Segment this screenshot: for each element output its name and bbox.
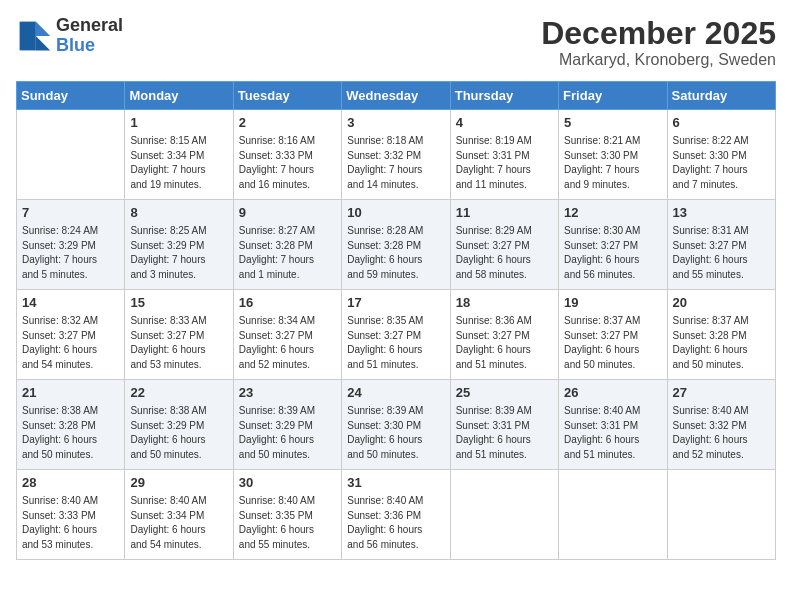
logo-icon: [16, 18, 52, 54]
calendar-week-1: 1Sunrise: 8:15 AM Sunset: 3:34 PM Daylig…: [17, 110, 776, 200]
calendar-cell: 25Sunrise: 8:39 AM Sunset: 3:31 PM Dayli…: [450, 380, 558, 470]
day-number: 7: [22, 204, 119, 222]
day-number: 23: [239, 384, 336, 402]
calendar-cell: 16Sunrise: 8:34 AM Sunset: 3:27 PM Dayli…: [233, 290, 341, 380]
calendar-cell: 8Sunrise: 8:25 AM Sunset: 3:29 PM Daylig…: [125, 200, 233, 290]
day-number: 17: [347, 294, 444, 312]
day-info: Sunrise: 8:15 AM Sunset: 3:34 PM Dayligh…: [130, 134, 227, 192]
header: General Blue December 2025 Markaryd, Kro…: [16, 16, 776, 69]
day-info: Sunrise: 8:39 AM Sunset: 3:29 PM Dayligh…: [239, 404, 336, 462]
calendar-cell: 1Sunrise: 8:15 AM Sunset: 3:34 PM Daylig…: [125, 110, 233, 200]
day-number: 4: [456, 114, 553, 132]
day-header-tuesday: Tuesday: [233, 82, 341, 110]
day-info: Sunrise: 8:37 AM Sunset: 3:27 PM Dayligh…: [564, 314, 661, 372]
day-info: Sunrise: 8:40 AM Sunset: 3:36 PM Dayligh…: [347, 494, 444, 552]
calendar-cell: 28Sunrise: 8:40 AM Sunset: 3:33 PM Dayli…: [17, 470, 125, 560]
day-header-friday: Friday: [559, 82, 667, 110]
subtitle: Markaryd, Kronoberg, Sweden: [541, 51, 776, 69]
logo-general: General: [56, 15, 123, 35]
day-number: 12: [564, 204, 661, 222]
day-info: Sunrise: 8:27 AM Sunset: 3:28 PM Dayligh…: [239, 224, 336, 282]
day-number: 9: [239, 204, 336, 222]
day-info: Sunrise: 8:34 AM Sunset: 3:27 PM Dayligh…: [239, 314, 336, 372]
calendar-cell: 12Sunrise: 8:30 AM Sunset: 3:27 PM Dayli…: [559, 200, 667, 290]
day-info: Sunrise: 8:29 AM Sunset: 3:27 PM Dayligh…: [456, 224, 553, 282]
calendar-week-3: 14Sunrise: 8:32 AM Sunset: 3:27 PM Dayli…: [17, 290, 776, 380]
day-number: 30: [239, 474, 336, 492]
calendar-cell: 3Sunrise: 8:18 AM Sunset: 3:32 PM Daylig…: [342, 110, 450, 200]
day-number: 1: [130, 114, 227, 132]
calendar-cell: 15Sunrise: 8:33 AM Sunset: 3:27 PM Dayli…: [125, 290, 233, 380]
calendar-cell: 20Sunrise: 8:37 AM Sunset: 3:28 PM Dayli…: [667, 290, 775, 380]
logo: General Blue: [16, 16, 123, 56]
page-container: General Blue December 2025 Markaryd, Kro…: [16, 16, 776, 560]
day-number: 18: [456, 294, 553, 312]
day-info: Sunrise: 8:25 AM Sunset: 3:29 PM Dayligh…: [130, 224, 227, 282]
day-info: Sunrise: 8:21 AM Sunset: 3:30 PM Dayligh…: [564, 134, 661, 192]
day-header-saturday: Saturday: [667, 82, 775, 110]
day-info: Sunrise: 8:38 AM Sunset: 3:29 PM Dayligh…: [130, 404, 227, 462]
day-number: 13: [673, 204, 770, 222]
svg-marker-0: [36, 21, 50, 35]
calendar-cell: 21Sunrise: 8:38 AM Sunset: 3:28 PM Dayli…: [17, 380, 125, 470]
calendar-body: 1Sunrise: 8:15 AM Sunset: 3:34 PM Daylig…: [17, 110, 776, 560]
day-number: 11: [456, 204, 553, 222]
day-number: 15: [130, 294, 227, 312]
day-number: 28: [22, 474, 119, 492]
day-number: 8: [130, 204, 227, 222]
calendar-cell: 24Sunrise: 8:39 AM Sunset: 3:30 PM Dayli…: [342, 380, 450, 470]
day-info: Sunrise: 8:40 AM Sunset: 3:35 PM Dayligh…: [239, 494, 336, 552]
day-info: Sunrise: 8:39 AM Sunset: 3:30 PM Dayligh…: [347, 404, 444, 462]
calendar-cell: 17Sunrise: 8:35 AM Sunset: 3:27 PM Dayli…: [342, 290, 450, 380]
calendar-cell: 29Sunrise: 8:40 AM Sunset: 3:34 PM Dayli…: [125, 470, 233, 560]
day-info: Sunrise: 8:28 AM Sunset: 3:28 PM Dayligh…: [347, 224, 444, 282]
day-number: 10: [347, 204, 444, 222]
calendar-week-4: 21Sunrise: 8:38 AM Sunset: 3:28 PM Dayli…: [17, 380, 776, 470]
calendar-cell: 10Sunrise: 8:28 AM Sunset: 3:28 PM Dayli…: [342, 200, 450, 290]
calendar-header: SundayMondayTuesdayWednesdayThursdayFrid…: [17, 82, 776, 110]
calendar-cell: 27Sunrise: 8:40 AM Sunset: 3:32 PM Dayli…: [667, 380, 775, 470]
day-info: Sunrise: 8:37 AM Sunset: 3:28 PM Dayligh…: [673, 314, 770, 372]
day-info: Sunrise: 8:18 AM Sunset: 3:32 PM Dayligh…: [347, 134, 444, 192]
day-number: 24: [347, 384, 444, 402]
day-header-wednesday: Wednesday: [342, 82, 450, 110]
calendar-cell: 30Sunrise: 8:40 AM Sunset: 3:35 PM Dayli…: [233, 470, 341, 560]
calendar-cell: 19Sunrise: 8:37 AM Sunset: 3:27 PM Dayli…: [559, 290, 667, 380]
day-info: Sunrise: 8:39 AM Sunset: 3:31 PM Dayligh…: [456, 404, 553, 462]
day-info: Sunrise: 8:33 AM Sunset: 3:27 PM Dayligh…: [130, 314, 227, 372]
day-info: Sunrise: 8:40 AM Sunset: 3:34 PM Dayligh…: [130, 494, 227, 552]
day-info: Sunrise: 8:38 AM Sunset: 3:28 PM Dayligh…: [22, 404, 119, 462]
calendar-cell: 11Sunrise: 8:29 AM Sunset: 3:27 PM Dayli…: [450, 200, 558, 290]
day-info: Sunrise: 8:31 AM Sunset: 3:27 PM Dayligh…: [673, 224, 770, 282]
day-info: Sunrise: 8:40 AM Sunset: 3:31 PM Dayligh…: [564, 404, 661, 462]
day-number: 6: [673, 114, 770, 132]
day-info: Sunrise: 8:40 AM Sunset: 3:32 PM Dayligh…: [673, 404, 770, 462]
title-section: December 2025 Markaryd, Kronoberg, Swede…: [541, 16, 776, 69]
calendar-cell: 6Sunrise: 8:22 AM Sunset: 3:30 PM Daylig…: [667, 110, 775, 200]
day-number: 26: [564, 384, 661, 402]
calendar-cell: 13Sunrise: 8:31 AM Sunset: 3:27 PM Dayli…: [667, 200, 775, 290]
day-info: Sunrise: 8:30 AM Sunset: 3:27 PM Dayligh…: [564, 224, 661, 282]
day-number: 31: [347, 474, 444, 492]
calendar-cell: [450, 470, 558, 560]
day-number: 16: [239, 294, 336, 312]
calendar-cell: 7Sunrise: 8:24 AM Sunset: 3:29 PM Daylig…: [17, 200, 125, 290]
svg-marker-1: [36, 36, 50, 50]
calendar-cell: 4Sunrise: 8:19 AM Sunset: 3:31 PM Daylig…: [450, 110, 558, 200]
day-header-sunday: Sunday: [17, 82, 125, 110]
day-info: Sunrise: 8:16 AM Sunset: 3:33 PM Dayligh…: [239, 134, 336, 192]
day-info: Sunrise: 8:40 AM Sunset: 3:33 PM Dayligh…: [22, 494, 119, 552]
calendar-cell: [17, 110, 125, 200]
day-number: 21: [22, 384, 119, 402]
calendar-cell: [667, 470, 775, 560]
day-info: Sunrise: 8:32 AM Sunset: 3:27 PM Dayligh…: [22, 314, 119, 372]
day-number: 3: [347, 114, 444, 132]
calendar-cell: [559, 470, 667, 560]
day-number: 22: [130, 384, 227, 402]
day-number: 27: [673, 384, 770, 402]
logo-blue: Blue: [56, 35, 95, 55]
calendar-cell: 23Sunrise: 8:39 AM Sunset: 3:29 PM Dayli…: [233, 380, 341, 470]
calendar-cell: 18Sunrise: 8:36 AM Sunset: 3:27 PM Dayli…: [450, 290, 558, 380]
day-number: 5: [564, 114, 661, 132]
logo-text: General Blue: [56, 16, 123, 56]
